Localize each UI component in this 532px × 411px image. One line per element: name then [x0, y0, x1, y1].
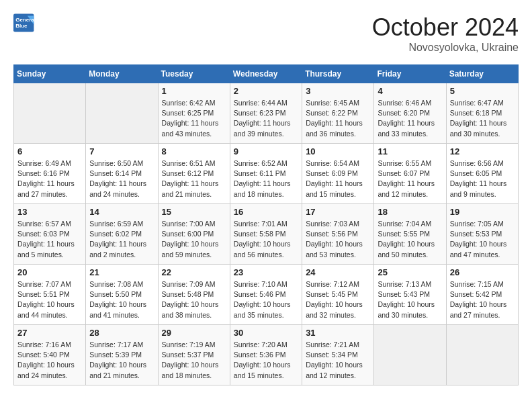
calendar-cell: 16Sunrise: 7:01 AMSunset: 5:58 PMDayligh… [230, 204, 302, 265]
weekday-header: Thursday [302, 65, 374, 83]
calendar-cell [446, 325, 518, 385]
calendar-cell: 23Sunrise: 7:10 AMSunset: 5:46 PMDayligh… [230, 265, 302, 325]
day-info: Sunrise: 7:08 AMSunset: 5:50 PMDaylight:… [89, 279, 154, 320]
day-info: Sunrise: 6:46 AMSunset: 6:20 PMDaylight:… [378, 98, 442, 139]
day-info: Sunrise: 6:44 AMSunset: 6:23 PMDaylight:… [234, 98, 298, 139]
day-info: Sunrise: 6:45 AMSunset: 6:22 PMDaylight:… [306, 98, 370, 139]
day-number: 7 [89, 146, 154, 156]
svg-text:General: General [15, 17, 35, 23]
day-info: Sunrise: 7:09 AMSunset: 5:48 PMDaylight:… [162, 279, 226, 320]
day-number: 28 [89, 328, 154, 338]
calendar-week-row: 13Sunrise: 6:57 AMSunset: 6:03 PMDayligh… [14, 204, 519, 265]
day-number: 27 [17, 328, 82, 338]
calendar-week-row: 20Sunrise: 7:07 AMSunset: 5:51 PMDayligh… [14, 265, 519, 325]
calendar-cell: 12Sunrise: 6:56 AMSunset: 6:05 PMDayligh… [446, 144, 518, 204]
day-number: 6 [17, 146, 82, 156]
calendar-week-row: 27Sunrise: 7:16 AMSunset: 5:40 PMDayligh… [14, 325, 519, 385]
day-info: Sunrise: 6:52 AMSunset: 6:11 PMDaylight:… [234, 158, 298, 199]
day-info: Sunrise: 6:55 AMSunset: 6:07 PMDaylight:… [378, 158, 442, 199]
calendar-cell: 3Sunrise: 6:45 AMSunset: 6:22 PMDaylight… [302, 83, 374, 144]
calendar-cell: 11Sunrise: 6:55 AMSunset: 6:07 PMDayligh… [374, 144, 446, 204]
day-info: Sunrise: 6:54 AMSunset: 6:09 PMDaylight:… [306, 158, 370, 199]
day-number: 26 [450, 267, 515, 277]
day-number: 24 [306, 267, 370, 277]
calendar-week-row: 1Sunrise: 6:42 AMSunset: 6:25 PMDaylight… [14, 83, 519, 144]
day-number: 3 [306, 86, 370, 96]
day-info: Sunrise: 6:56 AMSunset: 6:05 PMDaylight:… [450, 158, 515, 199]
calendar-cell: 2Sunrise: 6:44 AMSunset: 6:23 PMDaylight… [230, 83, 302, 144]
day-number: 4 [378, 86, 442, 96]
day-number: 12 [450, 146, 515, 156]
calendar-cell [86, 83, 158, 144]
day-info: Sunrise: 7:17 AMSunset: 5:39 PMDaylight:… [89, 340, 154, 381]
day-number: 10 [306, 146, 370, 156]
calendar-cell: 13Sunrise: 6:57 AMSunset: 6:03 PMDayligh… [14, 204, 86, 265]
calendar-cell: 15Sunrise: 7:00 AMSunset: 6:00 PMDayligh… [158, 204, 230, 265]
day-number: 1 [162, 86, 226, 96]
day-info: Sunrise: 7:10 AMSunset: 5:46 PMDaylight:… [234, 279, 298, 320]
logo: General Blue [13, 13, 35, 32]
day-number: 21 [89, 267, 154, 277]
day-number: 20 [17, 267, 82, 277]
logo-icon: General Blue [13, 13, 35, 32]
day-info: Sunrise: 7:01 AMSunset: 5:58 PMDaylight:… [234, 219, 298, 260]
calendar-cell [14, 83, 86, 144]
day-number: 23 [234, 267, 298, 277]
calendar-cell: 27Sunrise: 7:16 AMSunset: 5:40 PMDayligh… [14, 325, 86, 385]
day-number: 15 [162, 207, 226, 217]
day-number: 25 [378, 267, 442, 277]
day-info: Sunrise: 6:42 AMSunset: 6:25 PMDaylight:… [162, 98, 226, 139]
day-info: Sunrise: 6:59 AMSunset: 6:02 PMDaylight:… [89, 219, 154, 260]
day-info: Sunrise: 6:50 AMSunset: 6:14 PMDaylight:… [89, 158, 154, 199]
weekday-header: Monday [86, 65, 158, 83]
svg-text:Blue: Blue [15, 23, 28, 29]
calendar-cell: 10Sunrise: 6:54 AMSunset: 6:09 PMDayligh… [302, 144, 374, 204]
month-title: October 2024 [372, 13, 519, 42]
day-number: 5 [450, 86, 515, 96]
day-number: 19 [450, 207, 515, 217]
calendar-cell: 30Sunrise: 7:20 AMSunset: 5:36 PMDayligh… [230, 325, 302, 385]
day-number: 17 [306, 207, 370, 217]
weekday-header: Tuesday [158, 65, 230, 83]
day-info: Sunrise: 7:07 AMSunset: 5:51 PMDaylight:… [17, 279, 82, 320]
day-info: Sunrise: 7:00 AMSunset: 6:00 PMDaylight:… [162, 219, 226, 260]
calendar-week-row: 6Sunrise: 6:49 AMSunset: 6:16 PMDaylight… [14, 144, 519, 204]
calendar-cell: 22Sunrise: 7:09 AMSunset: 5:48 PMDayligh… [158, 265, 230, 325]
day-info: Sunrise: 7:13 AMSunset: 5:43 PMDaylight:… [378, 279, 442, 320]
calendar-cell: 21Sunrise: 7:08 AMSunset: 5:50 PMDayligh… [86, 265, 158, 325]
calendar-table: SundayMondayTuesdayWednesdayThursdayFrid… [13, 64, 519, 385]
calendar-cell: 19Sunrise: 7:05 AMSunset: 5:53 PMDayligh… [446, 204, 518, 265]
day-info: Sunrise: 7:05 AMSunset: 5:53 PMDaylight:… [450, 219, 515, 260]
day-number: 16 [234, 207, 298, 217]
day-number: 31 [306, 328, 370, 338]
calendar-cell [374, 325, 446, 385]
day-info: Sunrise: 6:57 AMSunset: 6:03 PMDaylight:… [17, 219, 82, 260]
day-info: Sunrise: 7:19 AMSunset: 5:37 PMDaylight:… [162, 340, 226, 381]
day-info: Sunrise: 7:16 AMSunset: 5:40 PMDaylight:… [17, 340, 82, 381]
day-info: Sunrise: 6:47 AMSunset: 6:18 PMDaylight:… [450, 98, 515, 139]
day-info: Sunrise: 7:15 AMSunset: 5:42 PMDaylight:… [450, 279, 515, 320]
calendar-cell: 26Sunrise: 7:15 AMSunset: 5:42 PMDayligh… [446, 265, 518, 325]
calendar-cell: 17Sunrise: 7:03 AMSunset: 5:56 PMDayligh… [302, 204, 374, 265]
calendar-cell: 7Sunrise: 6:50 AMSunset: 6:14 PMDaylight… [86, 144, 158, 204]
calendar-cell: 29Sunrise: 7:19 AMSunset: 5:37 PMDayligh… [158, 325, 230, 385]
calendar-cell: 6Sunrise: 6:49 AMSunset: 6:16 PMDaylight… [14, 144, 86, 204]
calendar-cell: 31Sunrise: 7:21 AMSunset: 5:34 PMDayligh… [302, 325, 374, 385]
day-info: Sunrise: 6:51 AMSunset: 6:12 PMDaylight:… [162, 158, 226, 199]
day-info: Sunrise: 7:03 AMSunset: 5:56 PMDaylight:… [306, 219, 370, 260]
calendar-header-row: SundayMondayTuesdayWednesdayThursdayFrid… [14, 65, 519, 83]
weekday-header: Sunday [14, 65, 86, 83]
day-number: 30 [234, 328, 298, 338]
calendar-cell: 18Sunrise: 7:04 AMSunset: 5:55 PMDayligh… [374, 204, 446, 265]
calendar-cell: 28Sunrise: 7:17 AMSunset: 5:39 PMDayligh… [86, 325, 158, 385]
day-number: 29 [162, 328, 226, 338]
day-info: Sunrise: 6:49 AMSunset: 6:16 PMDaylight:… [17, 158, 82, 199]
weekday-header: Friday [374, 65, 446, 83]
day-number: 2 [234, 86, 298, 96]
calendar-cell: 25Sunrise: 7:13 AMSunset: 5:43 PMDayligh… [374, 265, 446, 325]
day-number: 18 [378, 207, 442, 217]
calendar-cell: 14Sunrise: 6:59 AMSunset: 6:02 PMDayligh… [86, 204, 158, 265]
location-subtitle: Novosyolovka, Ukraine [372, 42, 519, 54]
calendar-cell: 9Sunrise: 6:52 AMSunset: 6:11 PMDaylight… [230, 144, 302, 204]
day-number: 14 [89, 207, 154, 217]
